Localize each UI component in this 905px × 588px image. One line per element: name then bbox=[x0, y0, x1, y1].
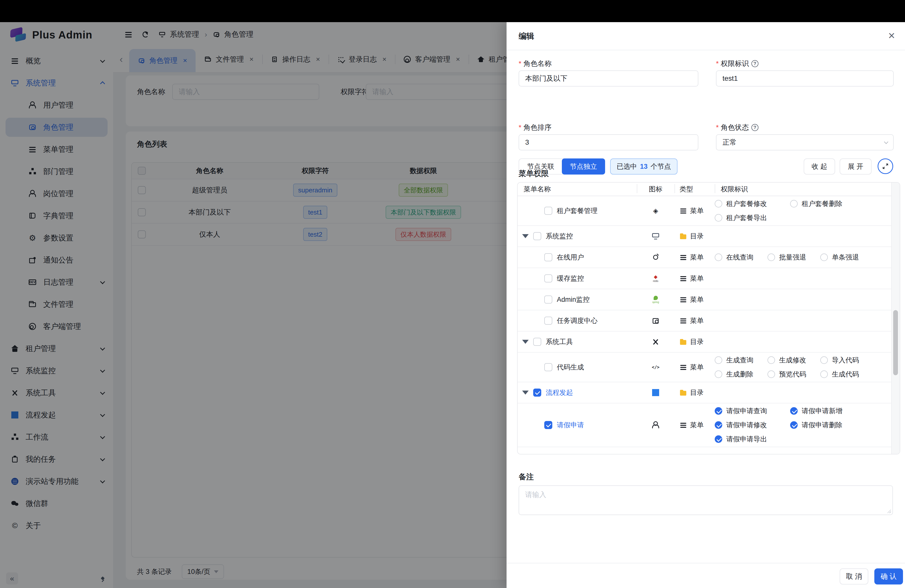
perm-option[interactable]: 批量强退 bbox=[767, 253, 820, 262]
perm-option[interactable]: 请假申请删除 bbox=[790, 421, 865, 429]
perm-checkbox[interactable] bbox=[715, 214, 722, 222]
perm-option[interactable]: 生成代码 bbox=[820, 370, 873, 379]
expand-triangle-icon[interactable] bbox=[522, 340, 529, 344]
type-icon bbox=[680, 338, 687, 346]
perm-checkbox[interactable] bbox=[715, 356, 722, 364]
screen: Plus Admin 概览 系统管理 用户管理 bbox=[0, 0, 905, 588]
perm-options: 生成查询 生成修改 导入代码 bbox=[715, 356, 891, 379]
help-icon[interactable]: ? bbox=[751, 60, 759, 67]
type-label: 菜单 bbox=[690, 295, 703, 304]
tree-node-checkbox[interactable] bbox=[544, 363, 552, 371]
tree-node-checkbox[interactable] bbox=[544, 317, 552, 325]
type-icon bbox=[680, 296, 687, 303]
selected-count: 13 bbox=[640, 163, 648, 170]
tree-node-label: 请假申请 bbox=[557, 421, 584, 429]
node-mode-segmented: 节点关联 节点独立 bbox=[519, 159, 605, 175]
menu-perm-tree: 菜单名称 图标 类型 权限标识 租户套餐管理 bbox=[517, 182, 900, 455]
perm-label: 生成删除 bbox=[726, 370, 753, 379]
type-icon bbox=[680, 421, 687, 429]
tree-row: 任务调度中心 菜单 bbox=[518, 310, 891, 332]
type-icon bbox=[680, 232, 687, 240]
perm-option[interactable]: 在线查询 bbox=[715, 253, 767, 262]
expand-triangle-icon[interactable] bbox=[522, 391, 529, 394]
tree-row: 系统监控 目录 bbox=[518, 226, 891, 247]
fullscreen-button[interactable] bbox=[878, 159, 893, 174]
drawer-footer: 取 消 确 认 bbox=[506, 563, 905, 588]
perm-option[interactable]: 请假申请导出 bbox=[715, 435, 790, 443]
drawer-body: *角色名称 本部门及以下 *权限标识 ? test1 *角色排序 3 *角色状态… bbox=[506, 50, 905, 563]
perm-option[interactable]: 请假申请查询 bbox=[715, 407, 790, 415]
perm-label: 生成查询 bbox=[726, 356, 753, 365]
close-icon[interactable]: × bbox=[888, 22, 895, 49]
tree-node-checkbox[interactable] bbox=[533, 338, 541, 346]
type-label: 菜单 bbox=[690, 363, 703, 372]
perm-option[interactable]: 单条强退 bbox=[820, 253, 873, 262]
tree-node-checkbox[interactable] bbox=[533, 389, 541, 397]
perm-checkbox[interactable] bbox=[767, 370, 775, 378]
tree-node-checkbox[interactable] bbox=[544, 296, 552, 304]
perm-checkbox[interactable] bbox=[790, 407, 798, 415]
perm-checkbox[interactable] bbox=[820, 370, 828, 378]
perm-checkbox[interactable] bbox=[790, 200, 798, 208]
tree-scrollbar[interactable] bbox=[891, 183, 900, 454]
role-sort-input[interactable]: 3 bbox=[519, 134, 699, 150]
tree-node-checkbox[interactable] bbox=[533, 232, 541, 240]
perm-checkbox[interactable] bbox=[715, 254, 722, 261]
collapse-all-button[interactable]: 收 起 bbox=[804, 159, 835, 175]
perm-label: 请假申请修改 bbox=[726, 421, 767, 429]
perm-checkbox[interactable] bbox=[715, 370, 722, 378]
system-monitor-icon bbox=[651, 232, 660, 240]
type-icon bbox=[680, 207, 687, 215]
role-sort-label: *角色排序 bbox=[519, 123, 551, 132]
task-scheduler-icon bbox=[651, 316, 660, 325]
role-name-input[interactable]: 本部门及以下 bbox=[519, 70, 699, 86]
perm-option[interactable]: 租户套餐导出 bbox=[715, 213, 790, 222]
expand-triangle-icon[interactable] bbox=[522, 234, 529, 238]
perm-checkbox[interactable] bbox=[767, 254, 775, 261]
perm-label: 请假申请导出 bbox=[726, 435, 767, 443]
tree-row: Admin监控 菜单 bbox=[518, 289, 891, 310]
node-linked-button[interactable]: 节点关联 bbox=[519, 159, 562, 174]
perm-label: 请假申请新增 bbox=[802, 407, 842, 415]
code-gen-icon bbox=[651, 363, 660, 372]
perm-option[interactable]: 导入代码 bbox=[820, 356, 873, 365]
perm-option[interactable]: 请假申请新增 bbox=[790, 407, 865, 415]
perm-checkbox[interactable] bbox=[715, 421, 722, 429]
role-status-select[interactable]: 正常 bbox=[716, 134, 894, 150]
node-independent-button[interactable]: 节点独立 bbox=[562, 159, 605, 175]
tenant-package-icon bbox=[651, 207, 660, 215]
perm-checkbox[interactable] bbox=[790, 421, 798, 429]
perm-option[interactable]: 租户套餐修改 bbox=[715, 199, 790, 208]
help-icon[interactable]: ? bbox=[751, 124, 759, 131]
perm-checkbox[interactable] bbox=[767, 356, 775, 364]
perm-checkbox[interactable] bbox=[820, 356, 828, 364]
perm-checkbox[interactable] bbox=[715, 200, 722, 208]
confirm-button[interactable]: 确 认 bbox=[874, 568, 903, 585]
expand-all-button[interactable]: 展 开 bbox=[840, 159, 872, 175]
tree-scrollbar-thumb[interactable] bbox=[893, 310, 898, 375]
tree-node-checkbox[interactable] bbox=[544, 274, 552, 283]
tree-row: 代码生成 菜单 bbox=[518, 353, 891, 382]
perm-option[interactable]: 生成删除 bbox=[715, 370, 767, 379]
perm-checkbox[interactable] bbox=[820, 254, 828, 261]
perm-option[interactable]: 生成查询 bbox=[715, 356, 767, 365]
tree-node-checkbox[interactable] bbox=[544, 207, 552, 215]
type-label: 菜单 bbox=[690, 253, 703, 262]
perm-option[interactable]: 生成修改 bbox=[767, 356, 820, 365]
tree-col-name: 菜单名称 bbox=[518, 184, 637, 194]
perm-option[interactable]: 租户套餐删除 bbox=[790, 199, 865, 208]
perm-option[interactable]: 请假申请修改 bbox=[715, 421, 790, 429]
tree-node-checkbox[interactable] bbox=[544, 421, 552, 429]
perm-label: 单条强退 bbox=[832, 253, 859, 262]
tree-node-label: 在线用户 bbox=[557, 253, 584, 262]
tree-node-label: 任务调度中心 bbox=[557, 316, 597, 325]
perm-checkbox[interactable] bbox=[715, 407, 722, 415]
perm-option[interactable]: 预览代码 bbox=[767, 370, 820, 379]
perm-key-input[interactable]: test1 bbox=[716, 70, 894, 86]
perm-options: 在线查询 批量强退 单条强退 bbox=[715, 253, 891, 262]
tree-node-label: 代码生成 bbox=[557, 363, 584, 372]
tree-node-checkbox[interactable] bbox=[544, 253, 552, 261]
cancel-button[interactable]: 取 消 bbox=[840, 568, 868, 585]
remark-textarea[interactable]: 请输入 bbox=[519, 485, 893, 515]
perm-checkbox[interactable] bbox=[715, 435, 722, 443]
